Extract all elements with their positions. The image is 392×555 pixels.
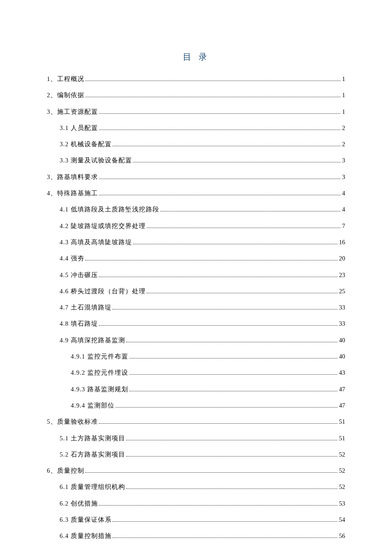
toc-entry[interactable]: 2、编制依据1 bbox=[47, 91, 345, 99]
toc-entry[interactable]: 4.8 填石路堤33 bbox=[47, 319, 345, 328]
toc-entry-page: 52 bbox=[339, 466, 346, 475]
toc-entry-label: 4.9.2 监控元件埋设 bbox=[71, 368, 128, 377]
toc-leader-dots bbox=[99, 277, 337, 277]
toc-entry-label: 2、编制依据 bbox=[47, 91, 84, 99]
toc-entry-label: 3、路基填料要求 bbox=[47, 173, 98, 181]
toc-entry-label: 4.4 强夯 bbox=[60, 254, 84, 263]
toc-entry-page: 4 bbox=[342, 189, 345, 197]
toc-entry-page: 20 bbox=[339, 254, 346, 263]
toc-entry-page: 47 bbox=[339, 385, 346, 393]
toc-leader-dots bbox=[99, 130, 340, 130]
toc-leader-dots bbox=[85, 472, 337, 473]
toc-entry-page: 43 bbox=[339, 368, 346, 377]
toc-entry-page: 40 bbox=[339, 336, 346, 344]
toc-entry-label: 6.1 质量管理组织机构 bbox=[60, 483, 125, 491]
toc-entry-page: 2 bbox=[342, 124, 345, 132]
toc-entry-label: 3、施工资源配置 bbox=[47, 107, 98, 116]
toc-entry-page: 3 bbox=[342, 156, 345, 165]
toc-entry[interactable]: 6.3 质量保证体系54 bbox=[47, 515, 345, 524]
toc-entry[interactable]: 6.1 质量管理组织机构52 bbox=[47, 483, 345, 491]
toc-entry-label: 6.3 质量保证体系 bbox=[60, 515, 112, 524]
toc-entry-label: 4.2 陡坡路堤或填挖交界处理 bbox=[60, 222, 146, 230]
toc-entry[interactable]: 4.7 土石混填路堤33 bbox=[47, 303, 345, 312]
toc-leader-dots bbox=[99, 505, 337, 506]
toc-entry[interactable]: 4.9 高填深挖路基监测40 bbox=[47, 336, 345, 344]
toc-entry[interactable]: 4.4 强夯20 bbox=[47, 254, 345, 263]
toc-entry-label: 4.7 土石混填路堤 bbox=[60, 303, 112, 312]
toc-entry-page: 16 bbox=[339, 238, 346, 246]
toc-leader-dots bbox=[99, 423, 337, 424]
toc-entry[interactable]: 4.5 冲击碾压23 bbox=[47, 271, 345, 279]
toc-entry[interactable]: 4.9.3 路基监测规划47 bbox=[47, 385, 345, 393]
toc-leader-dots bbox=[99, 179, 340, 179]
toc-leader-dots bbox=[85, 97, 340, 97]
toc-entry[interactable]: 3.1 人员配置2 bbox=[47, 124, 345, 132]
toc-leader-dots bbox=[160, 211, 340, 211]
toc-entry-page: 52 bbox=[339, 483, 346, 491]
toc-entry-page: 47 bbox=[339, 401, 346, 410]
toc-entry[interactable]: 3、施工资源配置1 bbox=[47, 107, 345, 116]
toc-entry[interactable]: 4.2 陡坡路堤或填挖交界处理7 bbox=[47, 222, 345, 230]
toc-entry-label: 4、特殊路基施工 bbox=[47, 189, 98, 197]
toc-leader-dots bbox=[129, 374, 337, 375]
toc-entry[interactable]: 4.9.1 监控元件布置40 bbox=[47, 352, 345, 361]
toc-entry-label: 4.9 高填深挖路基监测 bbox=[60, 336, 125, 344]
toc-entry[interactable]: 5.1 土方路基实测项目51 bbox=[47, 434, 345, 442]
toc-entry-label: 3.1 人员配置 bbox=[60, 124, 98, 132]
toc-leader-dots bbox=[129, 358, 337, 358]
toc-entry[interactable]: 4.6 桥头过渡段（台背）处理25 bbox=[47, 287, 345, 295]
toc-leader-dots bbox=[112, 521, 337, 522]
toc-entry-label: 4.8 填石路堤 bbox=[60, 319, 98, 328]
toc-entry-page: 33 bbox=[339, 319, 346, 328]
toc-leader-dots bbox=[85, 260, 337, 260]
toc-entry-label: 4.9.3 路基监测规划 bbox=[71, 385, 128, 393]
toc-entry[interactable]: 5、质量验收标准51 bbox=[47, 417, 345, 426]
toc-entry-page: 1 bbox=[342, 75, 345, 83]
toc-entry-page: 4 bbox=[342, 205, 345, 214]
toc-entry-page: 25 bbox=[339, 287, 346, 295]
toc-entry[interactable]: 6.2 创优措施53 bbox=[47, 499, 345, 508]
toc-entry-label: 3.3 测量及试验设备配置 bbox=[60, 156, 132, 165]
toc-entry-label: 4.6 桥头过渡段（台背）处理 bbox=[60, 287, 146, 295]
toc-entry[interactable]: 1、工程概况1 bbox=[47, 75, 345, 83]
toc-entry-label: 5.2 石方路基实测项目 bbox=[60, 450, 125, 459]
toc-entry-page: 51 bbox=[339, 434, 346, 442]
toc-entry-label: 5、质量验收标准 bbox=[47, 417, 98, 426]
toc-entry-page: 7 bbox=[342, 222, 345, 230]
toc-entry-label: 6、质量控制 bbox=[47, 466, 84, 475]
toc-entry[interactable]: 3.2 机械设备配置2 bbox=[47, 140, 345, 148]
toc-entry-label: 4.9.1 监控元件布置 bbox=[71, 352, 128, 361]
toc-entry-page: 3 bbox=[342, 173, 345, 181]
toc-entry-page: 23 bbox=[339, 271, 346, 279]
toc-entry-page: 52 bbox=[339, 450, 346, 459]
toc-entry-label: 4.3 高填及高填陡坡路堤 bbox=[60, 238, 132, 246]
toc-entry[interactable]: 4.1 低填路段及土质路堑浅挖路段4 bbox=[47, 205, 345, 214]
toc-leader-dots bbox=[133, 162, 340, 162]
toc-entry[interactable]: 3.3 测量及试验设备配置3 bbox=[47, 156, 345, 165]
toc-leader-dots bbox=[147, 293, 337, 293]
toc-entry[interactable]: 5.2 石方路基实测项目52 bbox=[47, 450, 345, 459]
toc-entry-label: 4.9.4 监测部位 bbox=[71, 401, 115, 410]
toc-leader-dots bbox=[147, 228, 340, 228]
toc-entry-label: 4.5 冲击碾压 bbox=[60, 271, 98, 279]
toc-leader-dots bbox=[112, 309, 337, 309]
toc-entry-page: 33 bbox=[339, 303, 346, 312]
table-of-contents: 1、工程概况12、编制依据13、施工资源配置13.1 人员配置23.2 机械设备… bbox=[47, 75, 345, 541]
toc-entry[interactable]: 4.3 高填及高填陡坡路堤16 bbox=[47, 238, 345, 246]
toc-title: 目 录 bbox=[47, 51, 345, 63]
toc-leader-dots bbox=[126, 440, 337, 440]
toc-leader-dots bbox=[126, 489, 337, 489]
toc-entry[interactable]: 6、质量控制52 bbox=[47, 466, 345, 475]
toc-entry[interactable]: 6.4 质量控制措施56 bbox=[47, 532, 345, 540]
toc-entry[interactable]: 3、路基填料要求3 bbox=[47, 173, 345, 181]
toc-entry[interactable]: 4.9.4 监测部位47 bbox=[47, 401, 345, 410]
toc-leader-dots bbox=[99, 325, 337, 326]
toc-entry-page: 56 bbox=[339, 532, 346, 540]
toc-entry[interactable]: 4.9.2 监控元件埋设43 bbox=[47, 368, 345, 377]
toc-entry-page: 53 bbox=[339, 499, 346, 508]
toc-entry-label: 6.4 质量控制措施 bbox=[60, 532, 112, 540]
toc-leader-dots bbox=[129, 391, 337, 391]
toc-leader-dots bbox=[112, 538, 337, 538]
toc-entry-page: 40 bbox=[339, 352, 346, 361]
toc-entry[interactable]: 4、特殊路基施工4 bbox=[47, 189, 345, 197]
